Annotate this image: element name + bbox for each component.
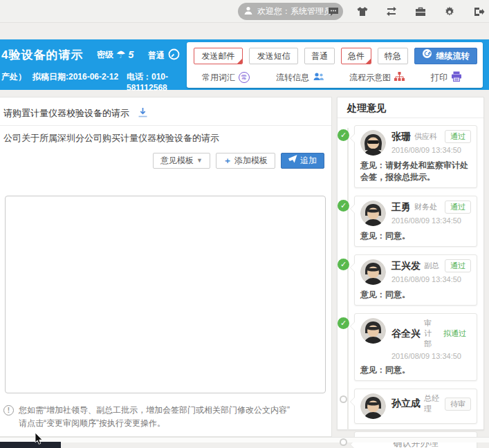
welcome-text: 欢迎您：系统管理员 <box>257 6 332 17</box>
bottom-strip <box>0 437 489 442</box>
approval-date: 2016/08/09 13:34:50 <box>391 352 471 360</box>
opinion-card[interactable]: 王勇 财务处 通过 2016/08/09 13:34:50 意见：同意。 <box>354 196 477 247</box>
opinion-card[interactable]: 张珊 供应科 通过 2016/08/09 13:34:50 意见：请财务处和监察… <box>354 125 477 188</box>
opinions-title: 处理意见 <box>338 97 483 118</box>
approver-role: 总经理 <box>424 393 445 414</box>
opinion-card[interactable]: 谷全兴 审计部 拟通过 2016/08/09 13:34:50 意见：同意。 <box>354 313 477 381</box>
quick-links-row: 常用词汇 常 流转信息 流程示意图 打印 <box>196 68 477 86</box>
status-badge: 通过 <box>445 200 471 214</box>
status-badge: 通过 <box>445 130 471 143</box>
send-sms-button[interactable]: 发送短信 <box>249 48 298 64</box>
note-line-1: 您如需“增加社领导、副总工批示，增加会签部门或相关部门修改公文内容” <box>19 404 324 417</box>
opinion-card[interactable]: 孙立成 总经理 待审 <box>354 389 477 424</box>
security-label: 密级 <box>97 49 113 61</box>
opinions-timeline: ✓ 张珊 供应科 通过 2016/08/09 13:34:50 <box>338 118 483 448</box>
opinion-text: 意见：同意。 <box>360 289 471 301</box>
opinion-item: ✓ 谷全兴 审计部 拟通过 2016/08/09 13:34:50 <box>354 313 477 381</box>
action-buttons-row: 发送邮件 发送短信 普通 急件 特急 继续流转 <box>194 47 477 65</box>
printer-icon <box>451 71 462 84</box>
urgency-group: 普通 <box>148 48 180 62</box>
approver-role: 审计部 <box>424 318 439 349</box>
approval-date: 2016/08/09 13:34:50 <box>391 146 471 154</box>
topbar-icons <box>327 0 485 23</box>
flow-chart-link[interactable]: 流程示意图 <box>349 72 405 84</box>
logout-icon[interactable] <box>472 6 485 18</box>
umbrella-icon: ☂ <box>116 48 125 61</box>
print-link[interactable]: 打印 <box>431 71 462 84</box>
document-subject: 公司关于所属深圳分公司购买计量仪器校验设备的请示 <box>3 132 323 144</box>
mouse-cursor <box>35 433 44 448</box>
chevron-down-icon: ▼ <box>196 153 203 168</box>
download-icon[interactable] <box>138 107 148 120</box>
opinion-textarea[interactable] <box>5 196 326 393</box>
briefcase-icon[interactable] <box>414 6 427 18</box>
people-icon <box>313 72 324 84</box>
approver-role: 副总 <box>424 261 445 271</box>
plane-icon <box>288 153 297 168</box>
extra-urgent-button[interactable]: 特急 <box>378 48 408 64</box>
approver-name: 王勇 <box>391 201 411 214</box>
oa-approval-page: 欢迎您：系统管理员 4验设备的请示 密级 <box>0 0 489 448</box>
send-mail-button[interactable]: 发送邮件 <box>194 48 243 64</box>
meta-cut-text: 产处） <box>1 71 26 83</box>
opinion-item: ✓ 王勇 财务处 通过 2016/08/09 13:34:50 <box>354 196 477 247</box>
avatar <box>360 318 386 344</box>
common-words-link[interactable]: 常用词汇 常 <box>202 72 250 84</box>
info-icon: ! <box>3 405 14 416</box>
opinion-text: 意见：请财务处和监察审计处会签，报徐总批示。 <box>360 160 471 183</box>
opinion-card[interactable]: 王兴发 副总 通过 2016/08/09 13:34:50 意见：同意。 <box>354 254 477 306</box>
urgency-label: 普通 <box>148 50 165 62</box>
approver-name: 王兴发 <box>391 260 421 272</box>
approver-name: 张珊 <box>391 131 411 143</box>
opinion-item: 孙立成 总经理 待审 <box>354 389 477 424</box>
approver-role: 财务处 <box>414 202 445 212</box>
approver-name: 谷全兴 <box>391 328 421 340</box>
clock-icon <box>168 48 180 62</box>
user-icon <box>243 6 253 17</box>
note-line-2: 请点击“变更审阅顺序”按执行变更操作。 <box>19 417 324 430</box>
divider <box>0 125 331 126</box>
settings-gear-icon[interactable] <box>443 6 456 18</box>
avatar <box>360 200 386 226</box>
taskbar-fragment <box>0 442 61 448</box>
approval-date: 2016/08/09 13:34:50 <box>391 275 471 283</box>
footer-note: ! 您如需“增加社领导、副总工批示，增加会签部门或相关部门修改公文内容” 请点击… <box>19 404 324 430</box>
pending-circle-icon <box>340 438 347 446</box>
avatar <box>360 130 386 156</box>
status-badge: 拟通过 <box>439 328 471 339</box>
switch-icon[interactable] <box>385 6 398 18</box>
refresh-icon <box>422 48 432 64</box>
action-card: 发送邮件 发送短信 普通 急件 特急 继续流转 常用词汇 常 流转信 <box>187 42 483 88</box>
append-button[interactable]: 追加 <box>281 153 324 169</box>
opinion-toolbar: 意见模板 ▼ ＋ 添加模板 追加 <box>153 153 324 169</box>
document-title: 4验设备的请示 <box>1 47 83 63</box>
phone-number: 电话：010-581112568 <box>127 71 183 93</box>
avatar <box>360 393 386 419</box>
opinion-item: ✓ 王兴发 副总 通过 2016/08/09 13:34:50 <box>354 254 477 306</box>
check-circle-icon: ✓ <box>338 317 349 329</box>
opinion-text: 意见：同意。 <box>360 230 471 242</box>
flow-info-link[interactable]: 流转信息 <box>276 72 324 84</box>
approver-role: 供应科 <box>414 131 445 142</box>
normal-priority-button[interactable]: 普通 <box>304 48 335 64</box>
common-words-icon: 常 <box>239 72 250 83</box>
draft-date: 拟稿日期:2016-06-2-12 <box>33 71 118 83</box>
check-circle-icon: ✓ <box>338 200 349 212</box>
approval-date: 2016/08/09 13:34:50 <box>391 216 471 225</box>
plus-icon: ＋ <box>223 153 232 168</box>
status-badge: 通过 <box>445 259 471 272</box>
approver-name: 孙立成 <box>391 398 421 410</box>
attachment-link[interactable]: 请购置计量仪器校验设备的请示 <box>3 107 129 120</box>
message-icon[interactable] <box>327 6 340 18</box>
opinions-panel: 处理意见 ✓ 张珊 供应科 通过 <box>337 97 484 430</box>
add-template-button[interactable]: ＋ 添加模板 <box>216 153 275 169</box>
opinion-text: 意见：同意。 <box>360 364 471 376</box>
opinion-template-dropdown[interactable]: 意见模板 ▼ <box>153 153 210 169</box>
topbar: 欢迎您：系统管理员 <box>0 0 489 23</box>
attachment-row: 请购置计量仪器校验设备的请示 <box>3 105 323 122</box>
check-circle-icon: ✓ <box>338 129 349 141</box>
theme-shirt-icon[interactable] <box>356 6 369 18</box>
urgent-priority-button[interactable]: 急件 <box>341 48 371 64</box>
security-level-group: 密级 ☂ 5 <box>97 48 133 61</box>
continue-flow-button[interactable]: 继续流转 <box>414 48 477 64</box>
